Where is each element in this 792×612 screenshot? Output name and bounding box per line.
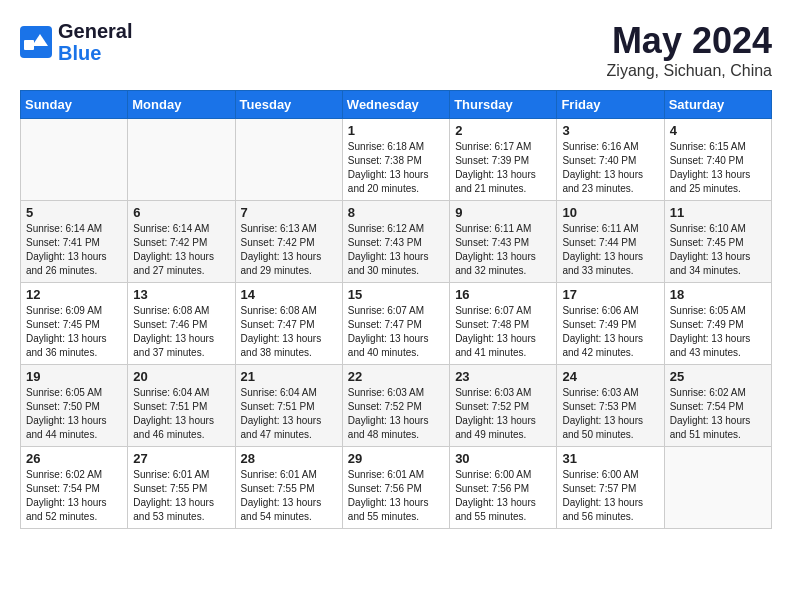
day-number: 27 [133,451,229,466]
day-info: Sunrise: 6:05 AM Sunset: 7:49 PM Dayligh… [670,304,766,360]
day-info: Sunrise: 6:02 AM Sunset: 7:54 PM Dayligh… [670,386,766,442]
day-cell: 12Sunrise: 6:09 AM Sunset: 7:45 PM Dayli… [21,283,128,365]
day-cell: 11Sunrise: 6:10 AM Sunset: 7:45 PM Dayli… [664,201,771,283]
day-number: 6 [133,205,229,220]
day-cell: 7Sunrise: 6:13 AM Sunset: 7:42 PM Daylig… [235,201,342,283]
day-info: Sunrise: 6:01 AM Sunset: 7:55 PM Dayligh… [133,468,229,524]
day-number: 15 [348,287,444,302]
day-cell: 23Sunrise: 6:03 AM Sunset: 7:52 PM Dayli… [450,365,557,447]
day-info: Sunrise: 6:03 AM Sunset: 7:52 PM Dayligh… [455,386,551,442]
day-info: Sunrise: 6:14 AM Sunset: 7:42 PM Dayligh… [133,222,229,278]
day-cell: 27Sunrise: 6:01 AM Sunset: 7:55 PM Dayli… [128,447,235,529]
day-number: 30 [455,451,551,466]
day-number: 17 [562,287,658,302]
day-number: 24 [562,369,658,384]
day-info: Sunrise: 6:18 AM Sunset: 7:38 PM Dayligh… [348,140,444,196]
day-info: Sunrise: 6:06 AM Sunset: 7:49 PM Dayligh… [562,304,658,360]
day-number: 31 [562,451,658,466]
day-number: 19 [26,369,122,384]
day-info: Sunrise: 6:00 AM Sunset: 7:56 PM Dayligh… [455,468,551,524]
day-number: 11 [670,205,766,220]
day-number: 14 [241,287,337,302]
day-info: Sunrise: 6:04 AM Sunset: 7:51 PM Dayligh… [133,386,229,442]
day-info: Sunrise: 6:13 AM Sunset: 7:42 PM Dayligh… [241,222,337,278]
day-number: 5 [26,205,122,220]
day-cell: 5Sunrise: 6:14 AM Sunset: 7:41 PM Daylig… [21,201,128,283]
day-info: Sunrise: 6:03 AM Sunset: 7:52 PM Dayligh… [348,386,444,442]
day-cell: 15Sunrise: 6:07 AM Sunset: 7:47 PM Dayli… [342,283,449,365]
day-cell: 13Sunrise: 6:08 AM Sunset: 7:46 PM Dayli… [128,283,235,365]
week-row-4: 19Sunrise: 6:05 AM Sunset: 7:50 PM Dayli… [21,365,772,447]
weekday-header-monday: Monday [128,91,235,119]
day-number: 13 [133,287,229,302]
day-info: Sunrise: 6:03 AM Sunset: 7:53 PM Dayligh… [562,386,658,442]
day-number: 28 [241,451,337,466]
day-info: Sunrise: 6:04 AM Sunset: 7:51 PM Dayligh… [241,386,337,442]
logo-icon [20,26,52,58]
day-info: Sunrise: 6:10 AM Sunset: 7:45 PM Dayligh… [670,222,766,278]
day-info: Sunrise: 6:12 AM Sunset: 7:43 PM Dayligh… [348,222,444,278]
day-number: 22 [348,369,444,384]
weekday-header-sunday: Sunday [21,91,128,119]
day-number: 29 [348,451,444,466]
weekday-header-friday: Friday [557,91,664,119]
day-number: 12 [26,287,122,302]
day-cell: 26Sunrise: 6:02 AM Sunset: 7:54 PM Dayli… [21,447,128,529]
day-cell [235,119,342,201]
day-cell: 25Sunrise: 6:02 AM Sunset: 7:54 PM Dayli… [664,365,771,447]
day-number: 1 [348,123,444,138]
day-cell: 6Sunrise: 6:14 AM Sunset: 7:42 PM Daylig… [128,201,235,283]
day-info: Sunrise: 6:08 AM Sunset: 7:46 PM Dayligh… [133,304,229,360]
day-number: 8 [348,205,444,220]
page-header: General Blue May 2024 Ziyang, Sichuan, C… [20,20,772,80]
day-info: Sunrise: 6:01 AM Sunset: 7:56 PM Dayligh… [348,468,444,524]
day-cell: 24Sunrise: 6:03 AM Sunset: 7:53 PM Dayli… [557,365,664,447]
day-cell: 18Sunrise: 6:05 AM Sunset: 7:49 PM Dayli… [664,283,771,365]
day-number: 7 [241,205,337,220]
day-cell: 20Sunrise: 6:04 AM Sunset: 7:51 PM Dayli… [128,365,235,447]
day-cell: 4Sunrise: 6:15 AM Sunset: 7:40 PM Daylig… [664,119,771,201]
day-cell: 16Sunrise: 6:07 AM Sunset: 7:48 PM Dayli… [450,283,557,365]
day-cell: 28Sunrise: 6:01 AM Sunset: 7:55 PM Dayli… [235,447,342,529]
day-cell: 10Sunrise: 6:11 AM Sunset: 7:44 PM Dayli… [557,201,664,283]
weekday-header-wednesday: Wednesday [342,91,449,119]
title-block: May 2024 Ziyang, Sichuan, China [607,20,772,80]
day-info: Sunrise: 6:11 AM Sunset: 7:43 PM Dayligh… [455,222,551,278]
weekday-header-row: SundayMondayTuesdayWednesdayThursdayFrid… [21,91,772,119]
day-number: 21 [241,369,337,384]
week-row-5: 26Sunrise: 6:02 AM Sunset: 7:54 PM Dayli… [21,447,772,529]
week-row-1: 1Sunrise: 6:18 AM Sunset: 7:38 PM Daylig… [21,119,772,201]
day-info: Sunrise: 6:05 AM Sunset: 7:50 PM Dayligh… [26,386,122,442]
day-cell: 1Sunrise: 6:18 AM Sunset: 7:38 PM Daylig… [342,119,449,201]
day-number: 25 [670,369,766,384]
day-cell: 30Sunrise: 6:00 AM Sunset: 7:56 PM Dayli… [450,447,557,529]
day-cell: 14Sunrise: 6:08 AM Sunset: 7:47 PM Dayli… [235,283,342,365]
day-cell: 21Sunrise: 6:04 AM Sunset: 7:51 PM Dayli… [235,365,342,447]
calendar-table: SundayMondayTuesdayWednesdayThursdayFrid… [20,90,772,529]
day-info: Sunrise: 6:07 AM Sunset: 7:47 PM Dayligh… [348,304,444,360]
svg-rect-2 [24,40,34,50]
day-info: Sunrise: 6:00 AM Sunset: 7:57 PM Dayligh… [562,468,658,524]
weekday-header-tuesday: Tuesday [235,91,342,119]
day-cell: 19Sunrise: 6:05 AM Sunset: 7:50 PM Dayli… [21,365,128,447]
day-cell: 29Sunrise: 6:01 AM Sunset: 7:56 PM Dayli… [342,447,449,529]
day-number: 10 [562,205,658,220]
day-info: Sunrise: 6:07 AM Sunset: 7:48 PM Dayligh… [455,304,551,360]
day-number: 16 [455,287,551,302]
day-cell: 31Sunrise: 6:00 AM Sunset: 7:57 PM Dayli… [557,447,664,529]
day-cell [664,447,771,529]
weekday-header-saturday: Saturday [664,91,771,119]
logo-text: General Blue [58,20,132,64]
week-row-3: 12Sunrise: 6:09 AM Sunset: 7:45 PM Dayli… [21,283,772,365]
day-number: 20 [133,369,229,384]
logo: General Blue [20,20,132,64]
month-year-title: May 2024 [607,20,772,62]
day-info: Sunrise: 6:17 AM Sunset: 7:39 PM Dayligh… [455,140,551,196]
day-number: 4 [670,123,766,138]
day-info: Sunrise: 6:02 AM Sunset: 7:54 PM Dayligh… [26,468,122,524]
day-cell: 17Sunrise: 6:06 AM Sunset: 7:49 PM Dayli… [557,283,664,365]
day-info: Sunrise: 6:09 AM Sunset: 7:45 PM Dayligh… [26,304,122,360]
day-cell [21,119,128,201]
location-subtitle: Ziyang, Sichuan, China [607,62,772,80]
day-info: Sunrise: 6:11 AM Sunset: 7:44 PM Dayligh… [562,222,658,278]
